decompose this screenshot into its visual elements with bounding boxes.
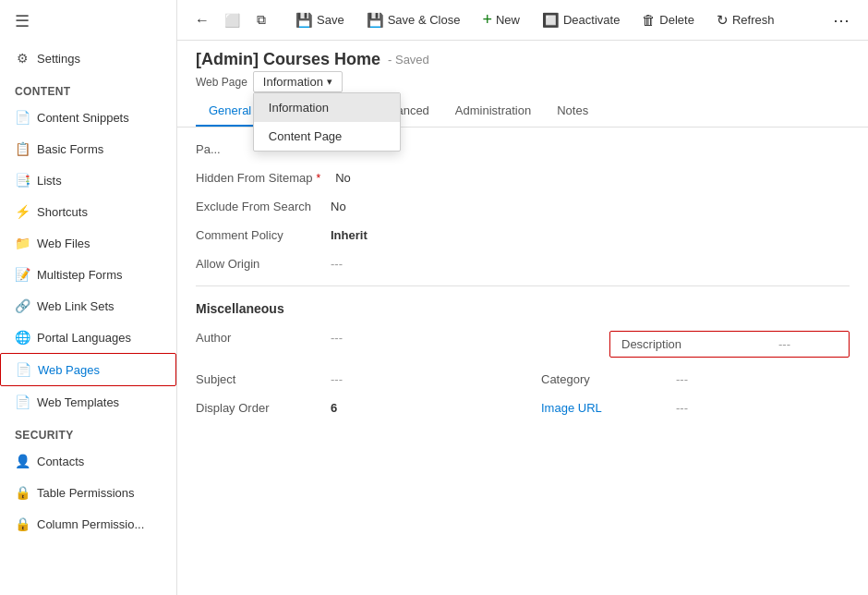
category-label: Category	[541, 372, 661, 386]
window-button[interactable]: ⬜	[218, 6, 246, 34]
comment-policy-label: Comment Policy	[196, 228, 316, 242]
sidebar-item-web-pages[interactable]: 📄 Web Pages	[0, 353, 176, 386]
basic-forms-label: Basic Forms	[37, 142, 103, 156]
tab-administration[interactable]: Administration	[442, 96, 544, 127]
description-label: Description	[621, 337, 741, 351]
deactivate-button[interactable]: 🔲 Deactivate	[533, 7, 629, 33]
hidden-from-sitemap-row: Hidden From Sitemap * No	[196, 171, 850, 185]
sidebar-item-web-link-sets[interactable]: 🔗 Web Link Sets	[0, 290, 176, 322]
record-saved-status: - Saved	[388, 53, 429, 67]
author-label: Author	[196, 331, 316, 345]
form-content: Pa... Hidden From Sitemap * No Exclude F…	[177, 128, 868, 595]
sidebar-item-column-permissions[interactable]: 🔒 Column Permissio...	[0, 508, 176, 540]
portal-languages-icon: 🌐	[15, 330, 30, 345]
required-marker: *	[316, 172, 320, 185]
delete-icon: 🗑	[642, 12, 656, 28]
image-url-value: ---	[676, 401, 688, 415]
web-link-sets-label: Web Link Sets	[37, 299, 115, 313]
web-pages-label: Web Pages	[38, 363, 100, 377]
lists-icon: 📑	[15, 173, 30, 188]
basic-forms-icon: 📋	[15, 141, 30, 156]
hidden-from-sitemap-label: Hidden From Sitemap *	[196, 171, 320, 185]
subject-category-row: Subject --- Category ---	[196, 372, 850, 386]
sidebar-item-table-permissions[interactable]: 🔒 Table Permissions	[0, 477, 176, 508]
nav-buttons: ← ⬜ ⧉	[188, 6, 275, 34]
delete-label: Delete	[659, 13, 694, 27]
new-button[interactable]: + New	[473, 6, 529, 34]
content-section-header: Content	[0, 74, 176, 102]
multistep-forms-label: Multistep Forms	[37, 268, 122, 282]
contacts-label: Contacts	[37, 455, 84, 468]
deactivate-icon: 🔲	[542, 12, 560, 29]
sidebar-item-portal-languages[interactable]: 🌐 Portal Languages	[0, 322, 176, 353]
display-order-label: Display Order	[196, 401, 316, 415]
sidebar-item-contacts[interactable]: 👤 Contacts	[0, 445, 176, 477]
allow-origin-label: Allow Origin	[196, 257, 316, 271]
hamburger-icon: ☰	[15, 12, 30, 30]
sidebar-item-web-templates[interactable]: 📄 Web Templates	[0, 386, 176, 418]
deactivate-label: Deactivate	[563, 13, 620, 27]
portal-languages-label: Portal Languages	[37, 331, 131, 345]
popup-icon: ⧉	[257, 12, 266, 28]
hidden-from-sitemap-field: Hidden From Sitemap * No	[196, 171, 850, 185]
settings-label: Settings	[37, 52, 80, 66]
save-icon: 💾	[295, 12, 313, 29]
sidebar-item-content-snippets[interactable]: 📄 Content Snippets	[0, 102, 176, 133]
sidebar-item-web-files[interactable]: 📁 Web Files	[0, 227, 176, 259]
sidebar-item-settings[interactable]: ⚙ Settings	[0, 42, 176, 74]
subject-label: Subject	[196, 372, 316, 386]
dropdown-option-content-page[interactable]: Content Page	[254, 122, 400, 151]
image-url-label: Image URL	[541, 401, 661, 415]
miscellaneous-header: Miscellaneous	[196, 301, 850, 316]
author-value: ---	[331, 331, 343, 345]
author-field: Author ---	[196, 331, 573, 358]
toolbar: ← ⬜ ⧉ 💾 Save 💾 Save & Close + New 🔲 Deac…	[177, 0, 868, 41]
exclude-from-search-label: Exclude From Search	[196, 200, 316, 213]
comment-policy-row: Comment Policy Inherit	[196, 228, 850, 242]
category-value: ---	[676, 372, 688, 386]
comment-policy-field: Comment Policy Inherit	[196, 228, 850, 242]
dropdown-trigger[interactable]: Information ▾	[253, 71, 343, 92]
sidebar-item-shortcuts[interactable]: ⚡ Shortcuts	[0, 196, 176, 227]
image-url-field: Image URL ---	[541, 401, 850, 415]
dropdown-value: Information	[263, 75, 323, 89]
record-subtitle: Web Page Information ▾ Information Conte…	[196, 71, 850, 92]
hidden-from-sitemap-value: No	[335, 171, 351, 185]
delete-button[interactable]: 🗑 Delete	[633, 7, 704, 32]
table-permissions-icon: 🔒	[15, 485, 30, 500]
hamburger-menu[interactable]: ☰	[0, 0, 176, 42]
chevron-down-icon: ▾	[327, 76, 332, 88]
sidebar-item-multistep-forms[interactable]: 📝 Multistep Forms	[0, 259, 176, 290]
dropdown-option-information[interactable]: Information	[254, 93, 400, 122]
description-value: ---	[778, 337, 790, 351]
page-type-dropdown[interactable]: Information ▾ Information Content Page	[253, 71, 343, 92]
tab-notes[interactable]: Notes	[544, 96, 601, 127]
web-page-label: Web Page	[196, 76, 247, 89]
back-button[interactable]: ←	[188, 6, 216, 34]
save-label: Save	[317, 13, 344, 27]
refresh-button[interactable]: ↻ Refresh	[707, 7, 784, 33]
table-permissions-label: Table Permissions	[37, 486, 135, 500]
save-close-icon: 💾	[367, 12, 384, 29]
new-label: New	[496, 13, 520, 27]
sidebar: ☰ ⚙ Settings Content 📄 Content Snippets …	[0, 0, 177, 595]
record-title-text: [Admin] Courses Home	[196, 50, 380, 69]
exclude-from-search-value: No	[331, 200, 346, 213]
main-area: ← ⬜ ⧉ 💾 Save 💾 Save & Close + New 🔲 Deac…	[177, 0, 868, 595]
web-templates-label: Web Templates	[37, 395, 119, 409]
save-button[interactable]: 💾 Save	[286, 7, 354, 33]
save-close-label: Save & Close	[388, 13, 461, 27]
back-icon: ←	[195, 12, 210, 29]
column-permissions-icon: 🔒	[15, 516, 30, 531]
web-templates-icon: 📄	[15, 395, 30, 409]
sidebar-item-lists[interactable]: 📑 Lists	[0, 164, 176, 196]
more-options-button[interactable]: ⋯	[826, 6, 857, 34]
display-order-field: Display Order 6	[196, 401, 504, 415]
allow-origin-row: Allow Origin ---	[196, 257, 850, 271]
save-close-button[interactable]: 💾 Save & Close	[357, 7, 470, 33]
sidebar-item-basic-forms[interactable]: 📋 Basic Forms	[0, 133, 176, 164]
record-header: [Admin] Courses Home - Saved Web Page In…	[177, 41, 868, 92]
popup-button[interactable]: ⧉	[247, 6, 275, 34]
security-section-header: Security	[0, 418, 176, 445]
web-link-sets-icon: 🔗	[15, 298, 30, 313]
